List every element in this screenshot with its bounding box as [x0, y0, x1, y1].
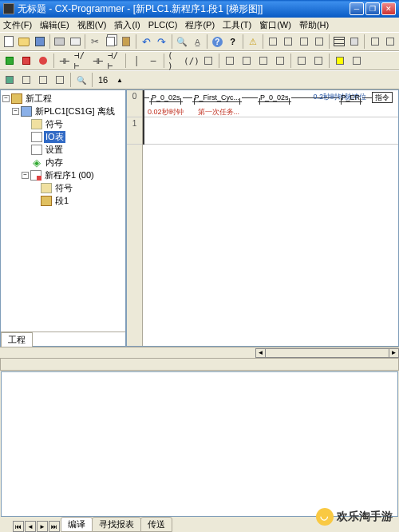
tree-segment[interactable]: 段1 [2, 194, 124, 207]
undo-button[interactable]: ↶ [139, 34, 153, 50]
output-gripper[interactable] [0, 358, 399, 371]
view4-button[interactable] [312, 34, 326, 50]
maximize-button[interactable]: ❐ [365, 2, 380, 15]
scroll-right-button[interactable]: ► [389, 349, 398, 357]
expand-icon[interactable]: − [2, 95, 10, 102]
menu-edit[interactable]: 编辑(E) [40, 19, 69, 31]
print-button[interactable] [53, 34, 67, 50]
address-button[interactable] [52, 72, 68, 88]
mnemonic-button[interactable] [347, 34, 361, 50]
menu-view[interactable]: 视图(V) [77, 19, 107, 31]
copy-button[interactable] [104, 34, 118, 50]
warn-button[interactable]: ⚠ [246, 34, 260, 50]
cut-button[interactable]: ✂ [88, 34, 102, 50]
output-body[interactable] [1, 371, 398, 517]
contact-4[interactable]: P_ER [339, 93, 363, 102]
ladder-opt5-button[interactable] [294, 53, 310, 69]
contact-orn-button[interactable]: ⊣/⊢ [107, 53, 123, 69]
tree-prog-symbols[interactable]: 符号 [2, 181, 124, 194]
ladder-opt1-button[interactable] [222, 53, 238, 69]
ladder-opt7-button[interactable] [349, 53, 365, 69]
ladder-button[interactable] [332, 34, 346, 50]
ladder-editor[interactable]: 0 1 0.2秒时钟脉冲位 P_0_02s P_First_Cyc... P_0… [126, 89, 399, 347]
online-button[interactable] [2, 53, 18, 69]
tree-memory[interactable]: ◈ 内存 [2, 156, 124, 169]
goto-button[interactable]: A̲ [190, 34, 204, 50]
contact-1[interactable]: P_0_02s [149, 93, 183, 102]
contact-no-button[interactable]: ⊣⊢ [57, 53, 73, 69]
save-button[interactable] [33, 34, 47, 50]
paste-button[interactable] [119, 34, 133, 50]
menu-insert[interactable]: 插入(I) [114, 19, 140, 31]
help-button[interactable]: ? [210, 34, 224, 50]
tree-symbols[interactable]: 符号 [2, 117, 124, 130]
tab-nav-last[interactable]: ⏭ [49, 521, 60, 532]
watch-win-button[interactable] [35, 72, 51, 88]
tab-transfer[interactable]: 传送 [140, 517, 172, 532]
tab-nav-next[interactable]: ► [37, 521, 48, 532]
editor-scrollbar[interactable]: ◄ ► [0, 347, 399, 358]
menu-file[interactable]: 文件(F) [3, 19, 32, 31]
expand-icon[interactable]: − [22, 172, 29, 179]
menu-program[interactable]: 程序(P) [185, 19, 215, 31]
tab-nav-prev[interactable]: ◄ [25, 521, 36, 532]
view3-button[interactable] [296, 34, 310, 50]
hline-button[interactable]: ─ [145, 53, 161, 69]
instruction-box[interactable]: 指令 [372, 92, 393, 103]
open-button[interactable] [17, 34, 31, 50]
rung-1[interactable] [143, 117, 398, 145]
toggle1-button[interactable] [367, 34, 381, 50]
symbols-icon [41, 183, 52, 193]
preview-button[interactable] [68, 34, 82, 50]
menu-tool[interactable]: 工具(T) [223, 19, 251, 31]
close-button[interactable]: ✕ [381, 2, 396, 15]
tab-nav-first[interactable]: ⏮ [13, 521, 24, 532]
tab-compile[interactable]: 编译 [61, 517, 93, 532]
new-button[interactable] [2, 34, 16, 50]
monitor-button[interactable] [332, 53, 348, 69]
watermark-icon [316, 508, 334, 526]
ladder-area[interactable]: 0.2秒时钟脉冲位 P_0_02s P_First_Cyc... P_0_02s… [143, 90, 398, 346]
view2-button[interactable] [281, 34, 295, 50]
ladder-opt3-button[interactable] [255, 53, 271, 69]
whats-this-button[interactable]: ? [225, 34, 239, 50]
tab-project[interactable]: 工程 [1, 332, 33, 347]
rung-number: 1 [127, 117, 142, 145]
minimize-button[interactable]: ─ [350, 2, 364, 15]
tree-plc[interactable]: − 新PLC1[CS1G] 离线 [2, 105, 124, 117]
output-win-button[interactable] [18, 72, 34, 88]
zoom-up-button[interactable]: ▲ [112, 72, 128, 88]
tree-io[interactable]: IO表 [2, 130, 124, 143]
coil-n-button[interactable]: (/) [184, 53, 200, 69]
tab-find[interactable]: 寻找报表 [92, 517, 141, 532]
find-button[interactable]: 🔍 [175, 34, 189, 50]
tree-settings[interactable]: 设置 [2, 143, 124, 156]
expand-icon[interactable]: − [12, 108, 19, 115]
tree-root[interactable]: − 新工程 [2, 92, 124, 105]
vline-button[interactable]: │ [128, 53, 144, 69]
project-tree[interactable]: − 新工程 − 新PLC1[CS1G] 离线 符号 IO表 [1, 90, 125, 332]
stop-button[interactable] [35, 53, 51, 69]
coil-button[interactable]: ( ) [167, 53, 183, 69]
ladder-opt2-button[interactable] [239, 53, 255, 69]
offline-button[interactable] [18, 53, 34, 69]
toggle2-button[interactable] [383, 34, 397, 50]
contact-3[interactable]: P_0_02s [258, 93, 291, 102]
zoom-button[interactable]: 🔍 [73, 72, 89, 88]
menu-help[interactable]: 帮助(H) [299, 19, 329, 31]
contact-nc-button[interactable]: ⊣/⊢ [73, 53, 89, 69]
project-tree-button[interactable] [2, 72, 18, 88]
scroll-left-button[interactable]: ◄ [256, 349, 266, 357]
contact-2[interactable]: P_First_Cyc... [192, 93, 243, 102]
instruction-button[interactable] [200, 53, 216, 69]
rung-0[interactable]: 0.2秒时钟脉冲位 P_0_02s P_First_Cyc... P_0_02s… [143, 90, 398, 117]
tree-program[interactable]: − 新程序1 (00) [2, 169, 124, 181]
contact-or-button[interactable]: ⊣⊢ [90, 53, 106, 69]
ladder-opt6-button[interactable] [310, 53, 326, 69]
view1-button[interactable] [266, 34, 280, 50]
ladder-opt4-button[interactable] [272, 53, 288, 69]
app-icon [3, 3, 14, 14]
redo-button[interactable]: ↷ [154, 34, 168, 50]
menu-window[interactable]: 窗口(W) [259, 19, 291, 31]
menu-plc[interactable]: PLC(C) [148, 20, 178, 30]
